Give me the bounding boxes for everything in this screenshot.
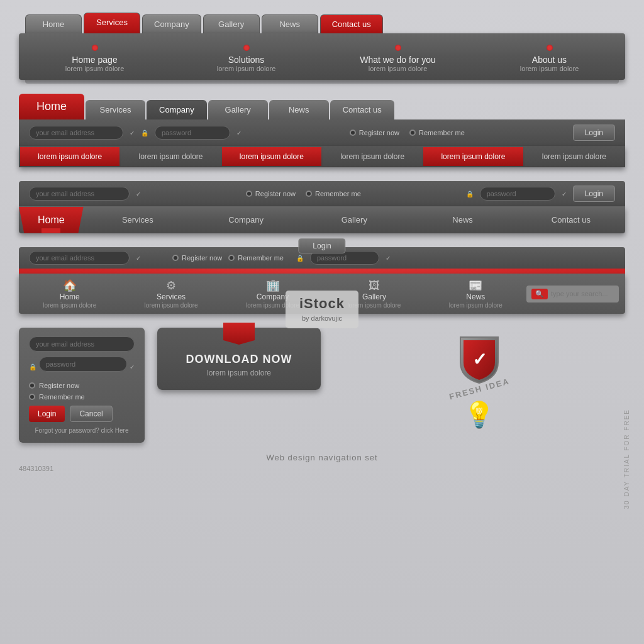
nav3-login-bar: ✓ Register now Remember me 🔒 ✓ Login [19, 181, 625, 206]
nav1-tab-news[interactable]: News [262, 14, 318, 33]
nav4-section: ✓ Login Register now Remember me 🔒 ✓ 🏠 H… [19, 247, 625, 314]
nav4-news[interactable]: 📰 News lorem ipsum dolore [425, 274, 526, 314]
remember-radio[interactable] [409, 130, 416, 136]
nav4-search-bar: 🔍 [526, 286, 619, 303]
nav4-remember-radio[interactable] [228, 255, 235, 261]
image-id: 484310391 [19, 465, 625, 472]
nav3-radio-group: Register now Remember me [147, 190, 460, 197]
nav2-subitem-5[interactable]: lorem ipsum dolore [525, 147, 624, 166]
services-icon: ⚙ [123, 279, 218, 292]
nav2-subitem-4[interactable]: lorem ipsum dolore [423, 147, 523, 166]
nav2-remember-label[interactable]: Remember me [409, 129, 465, 136]
nav3-register-radio[interactable] [246, 191, 252, 197]
nav2-login-bar: ✓ 🔒 ✓ Register now Remember me Login [19, 119, 625, 146]
nav4-remember-label[interactable]: Remember me [228, 254, 284, 262]
nav2-email-input[interactable] [29, 126, 123, 140]
nav1-tabs: Home Services Company Gallery News Conta… [19, 13, 625, 33]
nav3-gallery[interactable]: Gallery [300, 206, 408, 233]
login-register-radio[interactable] [29, 382, 35, 389]
nav3-home-badge [42, 228, 60, 238]
nav2-subitem-3[interactable]: lorem ipsum dolore [323, 147, 422, 166]
nav4-red-bar [19, 269, 625, 274]
nav2-register-label[interactable]: Register now [350, 129, 399, 136]
nav4-login-bar: ✓ Login Register now Remember me 🔒 ✓ [19, 247, 625, 269]
nav1-item-solutions[interactable]: Solutions lorem ipsum dolore [170, 40, 322, 72]
login-pass-input[interactable] [39, 357, 127, 372]
nav2-subitem-1[interactable]: lorem ipsum dolore [121, 147, 220, 166]
nav1-item-aboutus-sub: lorem ipsum dolore [474, 65, 625, 72]
nav4-register-label[interactable]: Register now [172, 254, 222, 262]
footer-title: Web design navigation set [19, 453, 625, 462]
nav3-remember-radio[interactable] [306, 191, 312, 197]
nav4-services[interactable]: ⚙ Services lorem ipsum dolore [120, 274, 221, 314]
nav1-item-homepage[interactable]: Home page lorem ipsum dolore [19, 40, 170, 72]
nav1-tab-gallery[interactable]: Gallery [203, 14, 260, 33]
nav3-services[interactable]: Services [84, 206, 192, 233]
nav3-remember-label[interactable]: Remember me [306, 190, 361, 197]
login-button[interactable]: Login [29, 406, 65, 422]
nav1-tab-home[interactable]: Home [25, 14, 82, 33]
nav1-tab-services[interactable]: Services [84, 13, 140, 33]
nav4-search-input[interactable] [551, 290, 614, 297]
home-icon: 🏠 [22, 279, 117, 292]
nav4-login-center-button[interactable]: Login [298, 238, 345, 253]
login-form-buttons: Login Cancel [29, 406, 135, 422]
nav3-contact[interactable]: Contact us [517, 206, 625, 233]
nav3-news[interactable]: News [408, 206, 516, 233]
nav3-company[interactable]: Company [192, 206, 300, 233]
badge-area: ✓ FRESH IDEA 💡 [333, 328, 625, 430]
nav1-tab-company[interactable]: Company [142, 14, 201, 33]
forgot-password-link[interactable]: Forgot your password? click Here [29, 427, 135, 434]
login-remember-row: Remember me [29, 393, 135, 401]
nav2-subnav: lorem ipsum dolore lorem ipsum dolore lo… [19, 146, 625, 167]
nav2-tab-home[interactable]: Home [19, 94, 84, 119]
nav1-item-aboutus[interactable]: About us lorem ipsum dolore [474, 40, 625, 72]
news-icon: 📰 [428, 279, 523, 292]
nav2-tab-company[interactable]: Company [147, 100, 207, 119]
nav4-company[interactable]: 🏢 Company lorem ipsum dolore [222, 274, 323, 314]
nav3-register-label[interactable]: Register now [246, 190, 296, 197]
svg-text:✓: ✓ [472, 350, 487, 369]
nav4-email-input[interactable] [29, 251, 130, 265]
nav2-section: Home Services Company Gallery News Conta… [19, 94, 625, 167]
lightbulb-icon: 💡 [464, 400, 495, 430]
nav2-tab-gallery[interactable]: Gallery [208, 100, 268, 119]
nav2-tab-news[interactable]: News [269, 100, 329, 119]
nav2-tab-services[interactable]: Services [86, 100, 145, 119]
nav1-item-whatwedo-title: What we do for you [322, 55, 474, 65]
nav3-email-input[interactable] [29, 187, 130, 201]
nav4-register-radio[interactable] [172, 255, 179, 261]
watermark-author: by darkovujic [302, 314, 342, 322]
login-remember-radio[interactable] [29, 394, 35, 400]
cancel-button[interactable]: Cancel [70, 406, 112, 422]
login-email-input[interactable] [29, 336, 135, 352]
nav1-section: Home Services Company Gallery News Conta… [19, 13, 625, 80]
nav2-subitem-0[interactable]: lorem ipsum dolore [20, 147, 119, 166]
download-subtitle: lorem ipsum dolore [176, 369, 302, 377]
nav1-item-whatwedo[interactable]: What we do for you lorem ipsum dolore [322, 40, 474, 72]
nav3-login-button[interactable]: Login [573, 186, 615, 202]
nav4-home[interactable]: 🏠 Home lorem ipsum dolore [19, 274, 120, 314]
nav2-login-button[interactable]: Login [573, 125, 615, 141]
shield-icon: ✓ [457, 334, 501, 384]
login-register-row: Register now [29, 382, 135, 389]
nav2-pass-input[interactable] [155, 126, 230, 140]
nav3-pass-input[interactable] [480, 187, 555, 201]
company-icon: 🏢 [225, 279, 320, 292]
nav3-home-tab[interactable]: Home [19, 207, 84, 233]
nav1-tab-contact[interactable]: Contact us [320, 14, 383, 33]
nav1-item-homepage-sub: lorem ipsum dolore [19, 65, 170, 72]
nav2-tab-contact[interactable]: Contact us [330, 100, 394, 119]
login-form: 🔒 ✓ Register now Remember me Login Cance… [19, 328, 145, 443]
nav2-subitem-2[interactable]: lorem ipsum dolore [222, 147, 321, 166]
download-card[interactable]: DOWNLOAD NOW lorem ipsum dolore [157, 328, 321, 390]
nav1-item-solutions-sub: lorem ipsum dolore [170, 65, 322, 72]
nav3-section: ✓ Register now Remember me 🔒 ✓ Login Hom… [19, 181, 625, 233]
search-icon[interactable]: 🔍 [531, 289, 548, 299]
nav4-gallery[interactable]: 🖼 Gallery lorem ipsum dolore [323, 274, 425, 314]
nav1-item-aboutus-title: About us [474, 55, 625, 65]
nav2-radio-group: Register now Remember me [248, 129, 567, 136]
register-radio[interactable] [350, 130, 356, 136]
nav1-item-homepage-title: Home page [19, 55, 170, 65]
nav1-item-whatwedo-sub: lorem ipsum dolore [322, 65, 474, 72]
